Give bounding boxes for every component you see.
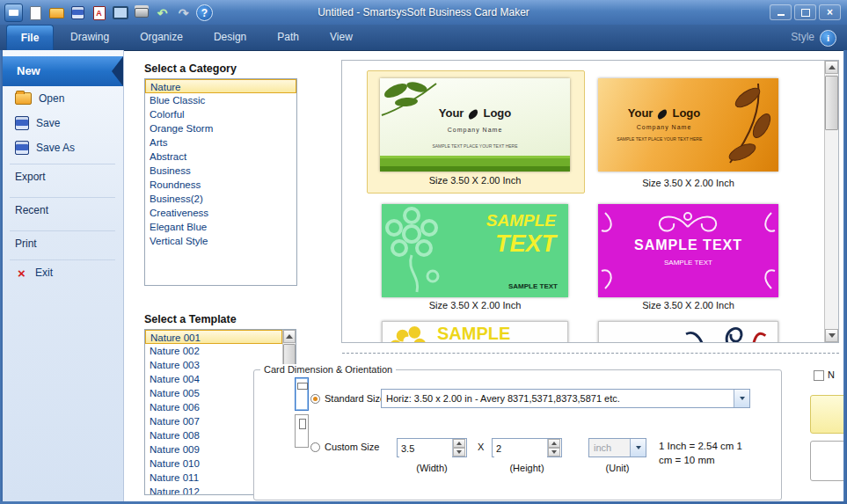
- template-preview-card-ornament[interactable]: [598, 321, 778, 343]
- sidebar-item-new[interactable]: New: [3, 56, 123, 86]
- scrollbar-thumb[interactable]: [825, 76, 838, 130]
- sidebar-item-open[interactable]: Open: [3, 87, 122, 110]
- category-item[interactable]: Roundness: [145, 178, 296, 192]
- vertical-card-thumb[interactable]: [295, 414, 309, 448]
- category-item[interactable]: Business(2): [145, 192, 296, 206]
- open-folder-icon[interactable]: [48, 4, 65, 21]
- save-as-icon: [15, 141, 29, 155]
- width-caption: (Width): [397, 463, 467, 473]
- card-company-name: Company Name: [380, 127, 570, 133]
- down-arrow-icon: [551, 450, 557, 454]
- export-pdf-icon[interactable]: [91, 4, 107, 21]
- template-heading: Select a Template: [144, 313, 237, 325]
- category-item[interactable]: Colorful: [145, 107, 296, 121]
- dropdown-button[interactable]: [734, 390, 749, 407]
- redo-icon[interactable]: ↷: [175, 4, 192, 21]
- preview-scrollbar[interactable]: [824, 61, 838, 342]
- partial-checkbox[interactable]: [814, 370, 824, 381]
- radio-custom-size-label[interactable]: Custom Size: [325, 442, 379, 452]
- card-size-caption: Size 3.50 X 2.00 Inch: [382, 300, 568, 310]
- sidebar-item-export[interactable]: Export: [3, 165, 122, 188]
- template-preview-card-nature-001[interactable]: YourLogo Company Name SAMPLE TEXT PLACE …: [380, 78, 570, 172]
- maximize-button[interactable]: [794, 4, 816, 20]
- height-spinner: [547, 439, 561, 457]
- dropdown-arrow-icon: [740, 397, 745, 400]
- style-label[interactable]: Style: [791, 25, 814, 50]
- spin-down-button[interactable]: [453, 448, 465, 457]
- sidebar-item-label: Save: [36, 117, 60, 129]
- sidebar-item-print[interactable]: Print: [3, 232, 122, 255]
- app-window: ↶ ↷ ? Untitled - SmartsysSoft Business C…: [0, 0, 847, 504]
- card-size-caption: Size 3.50 X 2.00 Inch: [367, 175, 583, 186]
- radio-custom-size[interactable]: [310, 442, 320, 452]
- app-icon[interactable]: [4, 4, 23, 22]
- tab-path[interactable]: Path: [263, 25, 313, 50]
- card-sample-line1: SAMPLE: [486, 211, 556, 230]
- undo-icon[interactable]: ↶: [154, 4, 171, 21]
- template-item-selected[interactable]: Nature 001: [145, 330, 282, 344]
- horizontal-card-thumb[interactable]: [295, 377, 309, 411]
- tab-file[interactable]: File: [6, 25, 54, 50]
- scroll-up-button[interactable]: [283, 330, 296, 343]
- info-icon[interactable]: i: [820, 30, 836, 47]
- sidebar-item-recent[interactable]: Recent: [3, 199, 122, 222]
- tab-drawing[interactable]: Drawing: [56, 25, 123, 50]
- dropdown-button: [630, 439, 646, 457]
- category-item[interactable]: Blue Classic: [145, 93, 296, 107]
- new-document-icon[interactable]: [27, 4, 44, 21]
- sidebar-item-save[interactable]: Save: [3, 112, 122, 135]
- up-arrow-icon: [551, 442, 557, 445]
- times-label: X: [478, 442, 484, 452]
- card-logo-text: YourLogo: [598, 106, 730, 120]
- category-item[interactable]: Creativeness: [145, 206, 296, 220]
- sidebar-item-save-as[interactable]: Save As: [3, 136, 122, 159]
- category-item[interactable]: Elegant Blue: [145, 220, 296, 234]
- height-input[interactable]: [494, 440, 547, 457]
- save-icon[interactable]: [69, 4, 86, 21]
- dropdown-arrow-icon: [636, 446, 641, 449]
- category-item-selected[interactable]: Nature: [145, 79, 296, 93]
- template-preview-card-magenta[interactable]: SAMPLE TEXT SAMPLE TEXT: [598, 204, 778, 297]
- category-item[interactable]: Business: [145, 164, 296, 178]
- spin-down-button[interactable]: [548, 448, 560, 457]
- sidebar-item-exit[interactable]: × Exit: [3, 261, 122, 284]
- sidebar-item-label: Recent: [15, 204, 48, 216]
- tab-view[interactable]: View: [316, 25, 367, 50]
- logo-right-text: Logo: [672, 106, 700, 120]
- partial-yellow-button[interactable]: [810, 395, 847, 434]
- radio-standard-sizes[interactable]: [310, 394, 320, 404]
- tab-design[interactable]: Design: [200, 25, 260, 50]
- template-preview-card-green-sample[interactable]: SAMPLE TEXT SAMPLE TEXT: [382, 204, 568, 297]
- help-icon[interactable]: ?: [196, 4, 213, 21]
- title-bar: ↶ ↷ ? Untitled - SmartsysSoft Business C…: [0, 0, 847, 26]
- sidebar-item-label: New: [17, 64, 40, 77]
- category-item[interactable]: Abstract: [145, 150, 296, 164]
- template-preview-card-yellow-sample[interactable]: SAMPLE: [382, 321, 568, 343]
- width-input[interactable]: [399, 440, 452, 457]
- unit-dropdown: inch: [588, 438, 646, 457]
- close-button[interactable]: ×: [819, 4, 841, 20]
- card-dimension-groupbox: Standard Sizes Horiz: 3.50 x 2.00 in - A…: [253, 369, 782, 500]
- sidebar-item-label: Exit: [35, 267, 53, 279]
- standard-size-dropdown[interactable]: Horiz: 3.50 x 2.00 in - Avery 8371,5371,…: [381, 389, 750, 408]
- print-icon[interactable]: [133, 4, 150, 21]
- scroll-down-button[interactable]: [825, 329, 838, 342]
- category-item[interactable]: Vertical Style: [145, 234, 296, 248]
- leaf-logo-icon: [656, 108, 668, 119]
- scroll-up-button[interactable]: [825, 61, 838, 74]
- card-company-name: Company Name: [598, 124, 730, 130]
- print-preview-icon[interactable]: [112, 4, 128, 21]
- template-preview-card-autumn[interactable]: YourLogo Company Name SAMPLE TEXT PLACE …: [598, 78, 778, 172]
- tab-organize[interactable]: Organize: [126, 25, 197, 50]
- category-item[interactable]: Orange Storm: [145, 121, 296, 135]
- category-heading: Select a Category: [144, 62, 237, 75]
- width-spinbox: [397, 438, 467, 457]
- partial-white-button[interactable]: [810, 441, 847, 481]
- conversion-line-2: cm = 10 mm: [659, 453, 742, 467]
- spin-up-button[interactable]: [548, 439, 560, 448]
- template-item[interactable]: Nature 002: [145, 344, 282, 358]
- minimize-button[interactable]: [770, 4, 792, 20]
- category-item[interactable]: Arts: [145, 135, 296, 150]
- spin-up-button[interactable]: [453, 439, 465, 448]
- up-arrow-icon: [456, 442, 462, 445]
